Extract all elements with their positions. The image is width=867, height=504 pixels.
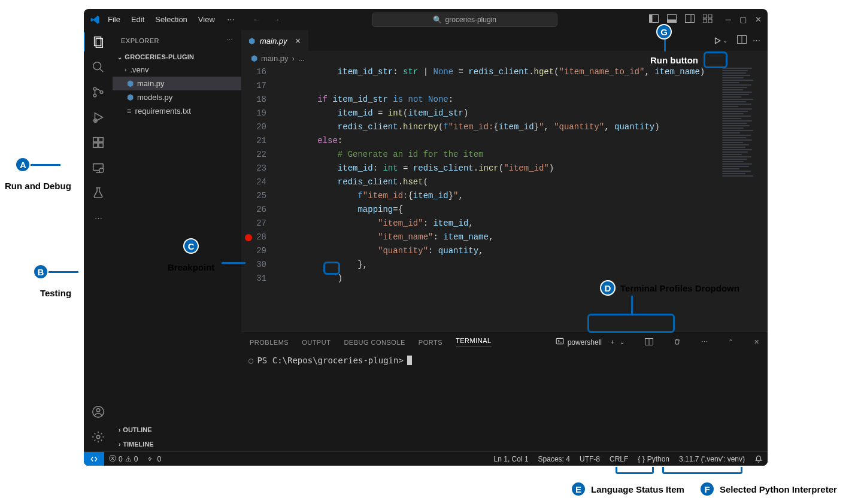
panel-tab-ports[interactable]: PORTS	[419, 339, 442, 346]
toggle-sidebar-icon[interactable]	[649, 14, 659, 25]
status-eol[interactable]: CRLF	[605, 455, 633, 463]
status-interpreter[interactable]: 3.11.7 ('.venv': venv)	[674, 455, 750, 463]
editor-tab[interactable]: ⬢ main.py ✕	[241, 30, 308, 51]
activity-extensions-icon[interactable]	[91, 135, 105, 150]
split-editor-icon[interactable]	[737, 35, 747, 45]
window-restore-icon[interactable]: ▢	[739, 15, 747, 24]
line-number[interactable]: 23	[241, 162, 266, 175]
code-line[interactable]: redis_client.hincrby(f"item_id:{item_id}…	[277, 120, 720, 134]
code-line[interactable]: "item_id": item_id,	[277, 217, 720, 230]
window-close-icon[interactable]: ✕	[755, 15, 762, 24]
command-center[interactable]: 🔍 groceries-plugin	[372, 13, 557, 27]
toggle-secondary-sidebar-icon[interactable]	[685, 14, 695, 25]
status-ports[interactable]: ᯤ0	[143, 455, 166, 463]
line-number[interactable]: 25	[241, 189, 266, 203]
tree-item[interactable]: ≡requirements.txt	[113, 104, 241, 118]
code-line[interactable]	[277, 79, 720, 93]
activity-more-icon[interactable]: ⋯	[91, 211, 105, 225]
chevron-down-icon[interactable]: ⌄	[620, 339, 625, 345]
code-line[interactable]: item_id = int(item_id_str)	[277, 107, 720, 120]
line-gutter[interactable]: 16171819202122232425262728293031	[241, 65, 277, 332]
status-problems[interactable]: ⓧ0 ⚠0	[104, 454, 143, 464]
line-number[interactable]: 27	[241, 217, 266, 230]
code-line[interactable]: # Generate an id for the item	[277, 148, 720, 162]
code-line[interactable]: else:	[277, 134, 720, 148]
nav-forward-icon[interactable]: →	[272, 15, 280, 24]
activity-source-control-icon[interactable]	[91, 85, 105, 99]
menu-file[interactable]: File	[108, 15, 120, 24]
tab-close-icon[interactable]: ✕	[295, 37, 301, 45]
panel-maximize-icon[interactable]: ⌃	[728, 338, 733, 346]
kill-terminal-icon[interactable]	[674, 338, 681, 347]
remote-indicator[interactable]	[84, 452, 104, 466]
breakpoint-icon[interactable]	[245, 234, 252, 241]
code-line[interactable]: mapping={	[277, 203, 720, 217]
toggle-panel-icon[interactable]	[667, 14, 677, 25]
split-terminal-icon[interactable]	[645, 338, 653, 347]
customize-layout-icon[interactable]	[703, 14, 713, 25]
panel-tab-output[interactable]: OUTPUT	[302, 339, 331, 346]
activity-remote-icon[interactable]	[91, 160, 105, 175]
run-button[interactable]: ⌄	[710, 34, 731, 47]
status-encoding[interactable]: UTF-8	[575, 455, 605, 463]
panel-tab-terminal[interactable]: TERMINAL	[456, 337, 492, 347]
activity-run-debug-icon[interactable]	[91, 110, 105, 125]
line-number[interactable]: 21	[241, 134, 266, 148]
chevron-down-icon[interactable]: ⌄	[723, 37, 727, 44]
line-number[interactable]: 24	[241, 175, 266, 189]
warning-icon: ⚠	[125, 455, 132, 463]
tree-item[interactable]: ⬢models.py	[113, 90, 241, 104]
menu-view[interactable]: View	[198, 15, 215, 24]
code-line[interactable]: f"item_id:{item_id}",	[277, 189, 720, 203]
line-number[interactable]: 30	[241, 258, 266, 272]
workspace-root[interactable]: ⌄ GROCERIES-PLUGIN	[113, 51, 241, 63]
code-line[interactable]: item_id_str: str | None = redis_client.h…	[277, 65, 720, 79]
status-notifications-icon[interactable]	[750, 455, 768, 463]
code-line[interactable]: "quantity": quantity,	[277, 244, 720, 258]
panel-more-icon[interactable]: ⋯	[701, 338, 708, 346]
menu-selection[interactable]: Selection	[155, 15, 187, 24]
activity-account-icon[interactable]	[91, 405, 105, 419]
status-language[interactable]: { }Python	[633, 455, 674, 463]
status-indentation[interactable]: Spaces: 4	[533, 455, 575, 463]
line-number[interactable]: 29	[241, 244, 266, 258]
new-terminal-icon[interactable]: ＋	[609, 337, 616, 347]
line-number[interactable]: 26	[241, 203, 266, 217]
breadcrumb-rest: ...	[298, 54, 305, 63]
callout-C: C Breakpoint	[168, 238, 214, 272]
tree-item[interactable]: ⬢main.py	[113, 77, 241, 90]
code-line[interactable]: },	[277, 258, 720, 272]
code-line[interactable]: redis_client.hset(	[277, 175, 720, 189]
code-line[interactable]: "item_name": item_name,	[277, 230, 720, 244]
tree-item[interactable]: ›.venv	[113, 63, 241, 77]
terminal-profile-selector[interactable]: powershell ＋ ⌄	[556, 337, 625, 347]
svg-point-16	[100, 91, 103, 94]
panel-tab-problems[interactable]: PROBLEMS	[250, 339, 289, 346]
panel-close-icon[interactable]: ✕	[754, 338, 759, 346]
activity-search-icon[interactable]	[91, 60, 105, 74]
activity-settings-icon[interactable]	[91, 430, 105, 444]
terminal-content[interactable]: ○ PS C:\Repos\groceries-plugin>	[241, 352, 768, 451]
menu-edit[interactable]: Edit	[131, 15, 144, 24]
line-number[interactable]: 16	[241, 65, 266, 79]
status-cursor-position[interactable]: Ln 1, Col 1	[489, 455, 533, 463]
editor-more-icon[interactable]: ⋯	[753, 36, 760, 45]
code-line[interactable]: if item_id_str is not None:	[277, 93, 720, 107]
window-minimize-icon[interactable]: ─	[726, 15, 731, 24]
explorer-more-icon[interactable]: ⋯	[226, 37, 234, 44]
line-number[interactable]: 31	[241, 272, 266, 286]
timeline-section[interactable]: ›TIMELINE	[113, 437, 241, 451]
outline-section[interactable]: ›OUTLINE	[113, 423, 241, 437]
menu-overflow-icon[interactable]: ⋯	[227, 15, 235, 24]
nav-back-icon[interactable]: ←	[253, 15, 260, 24]
line-number[interactable]: 18	[241, 93, 266, 107]
line-number[interactable]: 28	[241, 230, 266, 244]
activity-testing-icon[interactable]	[91, 186, 105, 200]
panel-tab-debug[interactable]: DEBUG CONSOLE	[344, 339, 405, 346]
code-line[interactable]: item_id: int = redis_client.incr("item_i…	[277, 162, 720, 175]
line-number[interactable]: 20	[241, 120, 266, 134]
line-number[interactable]: 17	[241, 79, 266, 93]
activity-explorer-icon[interactable]	[91, 35, 105, 49]
line-number[interactable]: 22	[241, 148, 266, 162]
line-number[interactable]: 19	[241, 107, 266, 120]
